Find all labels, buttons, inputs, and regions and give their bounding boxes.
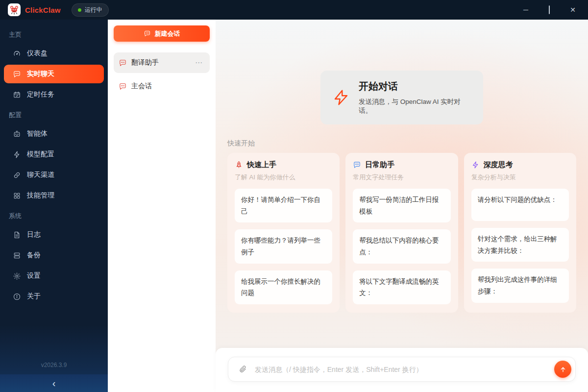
gear-icon [13,272,21,280]
gauge-icon [13,49,21,58]
chevron-left-icon: ‹ [52,378,56,389]
sidebar-item-label: 设置 [27,271,41,280]
paperclip-icon [239,365,247,373]
chat-bubble-icon [353,161,361,169]
sidebar-section-home: 主页 [0,24,108,43]
status-badge: 运行中 [72,3,109,17]
status-dot-icon [78,8,81,12]
start-conversation-card: 开始对话 发送消息，与 OpenClaw AI 实时对话。 [320,71,483,124]
grid-icon [13,192,21,200]
sidebar-item-label: 定时任务 [27,90,54,99]
sidebar-item-skills[interactable]: 技能管理 [4,186,104,205]
hero-title: 开始对话 [359,80,471,93]
sidebar-item-label: 聊天渠道 [27,171,54,179]
chat-bubble-icon [144,30,151,37]
chat-bubble-icon [119,82,127,91]
card-title: 日常助手 [365,160,394,170]
sidebar-item-scheduled-tasks[interactable]: 定时任务 [4,85,104,104]
sidebar-item-label: 智能体 [27,129,48,138]
server-icon [13,251,21,260]
sidebar-item-label: 备份 [27,251,41,260]
sidebar-item-agents[interactable]: 智能体 [4,124,104,143]
card-subtitle: 了解 AI 能为你做什么 [235,173,332,182]
chat-bubble-icon [119,59,127,67]
quickstart-card-getting-started: 快速上手 了解 AI 能为你做什么 你好！请简单介绍一下你自己 你有哪些能力？请… [227,153,340,313]
new-session-label: 新建会话 [155,29,180,38]
prompt-suggestion[interactable]: 请分析以下问题的优缺点： [471,189,569,221]
quickstart-card-deep-thinking: 深度思考 复杂分析与决策 请分析以下问题的优缺点： 针对这个需求，给出三种解决方… [464,153,576,313]
info-icon [13,293,21,301]
document-icon [13,231,21,239]
quickstart-label: 快速开始 [227,139,576,148]
app-title: ClickClaw [25,6,61,14]
sidebar-collapse-button[interactable]: ‹ [0,374,108,392]
card-title: 快速上手 [247,160,276,170]
prompt-suggestion[interactable]: 帮我写一份简洁的工作日报模板 [353,189,450,222]
prompt-suggestion[interactable]: 给我展示一个你擅长解决的问题 [235,270,332,304]
new-session-button[interactable]: 新建会话 [114,25,210,42]
card-subtitle: 复杂分析与决策 [471,173,569,182]
link-icon [13,171,21,179]
quickstart-cards: 快速上手 了解 AI 能为你做什么 你好！请简单介绍一下你自己 你有哪些能力？请… [227,153,576,313]
window-controls: ─ ✕ [521,6,580,13]
hero-subtitle: 发送消息，与 OpenClaw AI 实时对话。 [359,98,471,115]
message-input[interactable] [255,366,548,373]
chat-content: 开始对话 发送消息，与 OpenClaw AI 实时对话。 快速开始 快速上手 … [216,20,588,348]
message-input-bar [228,357,576,382]
crab-logo-icon [9,5,19,15]
sidebar-section-system: 系统 [0,206,108,224]
session-item-main[interactable]: 主会话 [114,76,210,97]
sidebar-item-settings[interactable]: 设置 [4,267,104,285]
app-window: ClickClaw 运行中 ─ ✕ 主页 仪表盘 实时聊天 定时任务 [0,0,588,392]
sidebar-item-chat-channels[interactable]: 聊天渠道 [4,166,104,184]
sidebar-section-config: 配置 [0,105,108,123]
sidebar-item-model-config[interactable]: 模型配置 [4,145,104,164]
bolt-icon [13,150,21,159]
session-more-button[interactable]: ⋯ [194,58,205,67]
sidebar-item-label: 仪表盘 [27,49,48,58]
attach-button[interactable] [236,363,249,376]
minimize-button[interactable]: ─ [521,6,530,13]
sidebar-item-dashboard[interactable]: 仪表盘 [4,44,104,63]
sidebar-item-label: 日志 [27,230,41,239]
sidebar-item-label: 模型配置 [27,150,54,159]
sidebar-item-logs[interactable]: 日志 [4,225,104,244]
session-label: 主会话 [131,82,205,91]
maximize-icon [549,5,550,14]
close-button[interactable]: ✕ [568,6,577,13]
session-panel: 新建会话 翻译助手 ⋯ 主会话 [108,20,216,392]
sidebar-item-live-chat[interactable]: 实时聊天 [4,65,104,83]
prompt-suggestion[interactable]: 帮我列出完成这件事的详细步骤： [471,269,569,302]
card-title: 深度思考 [484,160,513,170]
sidebar-item-label: 技能管理 [27,191,54,200]
card-subtitle: 常用文字处理任务 [353,173,450,182]
sidebar-item-label: 关于 [27,292,41,301]
sidebar-item-about[interactable]: 关于 [4,287,104,306]
prompt-suggestion[interactable]: 你好！请简单介绍一下你自己 [235,189,332,222]
sidebar: 主页 仪表盘 实时聊天 定时任务 配置 智能体 模型配置 [0,20,108,392]
sidebar-item-backup[interactable]: 备份 [4,246,104,265]
session-list: 翻译助手 ⋯ 主会话 [114,52,210,97]
app-version: v2026.3.9 [0,362,108,374]
chat-main-area: 开始对话 发送消息，与 OpenClaw AI 实时对话。 快速开始 快速上手 … [216,20,588,392]
prompt-suggestion[interactable]: 将以下文字翻译成流畅的英文： [353,270,450,304]
prompt-suggestion[interactable]: 你有哪些能力？请列举一些例子 [235,229,332,263]
prompt-suggestion[interactable]: 针对这个需求，给出三种解决方案并比较： [471,228,569,262]
quickstart-card-daily-helper: 日常助手 常用文字处理任务 帮我写一份简洁的工作日报模板 帮我总结以下内容的核心… [345,153,458,313]
lightning-icon [332,89,350,106]
arrow-up-icon [559,366,567,373]
rocket-icon [235,161,243,169]
titlebar: ClickClaw 运行中 ─ ✕ [0,0,588,20]
session-label: 翻译助手 [131,58,189,67]
app-logo-icon [8,3,21,16]
maximize-button[interactable] [545,6,554,13]
chat-bubble-icon [13,70,21,78]
bolt-icon [471,161,480,169]
send-button[interactable] [554,361,571,378]
robot-icon [13,130,21,138]
session-item-translator[interactable]: 翻译助手 ⋯ [114,52,210,73]
status-text: 运行中 [85,6,102,14]
sidebar-item-label: 实时聊天 [27,70,54,78]
calendar-icon [13,91,21,99]
prompt-suggestion[interactable]: 帮我总结以下内容的核心要点： [353,229,450,263]
